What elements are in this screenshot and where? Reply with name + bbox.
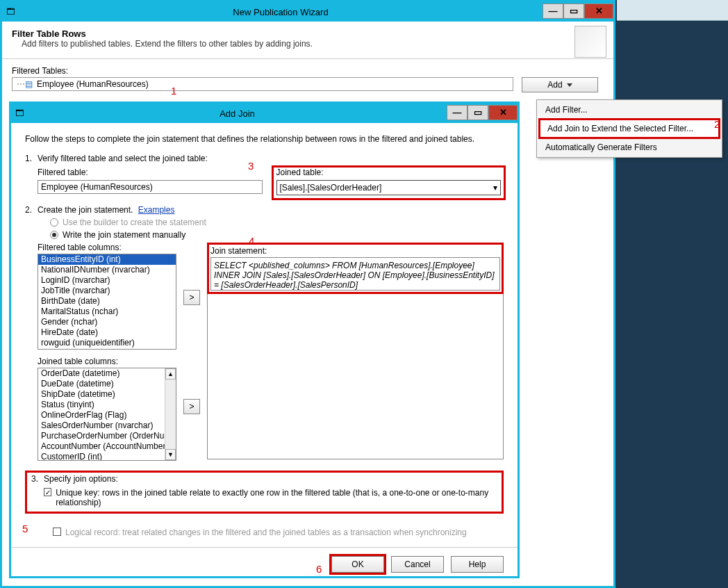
list-item[interactable]: JobTitle (nvarchar) [38, 286, 176, 296]
ok-button[interactable]: OK [331, 556, 384, 573]
joined-table-label: Joined table: [276, 168, 502, 177]
dialog-icon: 🗔 [11, 108, 28, 118]
step3-label: Specify join options: [44, 474, 118, 484]
list-item[interactable]: OnlineOrderFlag (Flag) [38, 410, 176, 420]
filtered-tables-tree[interactable]: ⋯ ▤ Employee (HumanResources) [12, 77, 513, 91]
minimize-button[interactable]: — [543, 3, 563, 19]
chevron-down-icon [567, 83, 572, 87]
background-strip [617, 0, 728, 21]
joined-table-value: [Sales].[SalesOrderHeader] [280, 183, 382, 193]
dialog-minimize-button[interactable]: — [447, 105, 468, 120]
add-button-label: Add [547, 80, 562, 90]
radio-builder [50, 218, 58, 227]
help-button-label: Help [469, 560, 486, 569]
join-stmt-area-extension[interactable] [207, 294, 504, 459]
wizard-titlebar: 🗔 New Publication Wizard — ▭ ✕ [2, 2, 613, 22]
cancel-button[interactable]: Cancel [391, 556, 444, 573]
join-stmt-text: SELECT <published_columns> FROM [HumanRe… [214, 261, 494, 290]
annotation-3: 3 [248, 160, 254, 172]
annotation-1: 1 [171, 85, 176, 97]
wizard-graphic-icon [574, 26, 606, 58]
list-item[interactable]: rowguid (uniqueidentifier) [38, 338, 176, 348]
list-item[interactable]: AccountNumber (AccountNumber) [38, 441, 176, 452]
list-item[interactable]: MaritalStatus (nchar) [38, 307, 176, 317]
scrollbar[interactable]: ▲ ▼ [165, 368, 176, 460]
list-item[interactable]: ShipDate (datetime) [38, 389, 176, 400]
join-stmt-label: Join statement: [210, 246, 500, 256]
examples-link[interactable]: Examples [138, 205, 175, 215]
radio-manual[interactable] [50, 231, 58, 239]
wizard-icon-small: 🗔 [2, 7, 19, 17]
dialog-intro: Follow the steps to complete the join st… [25, 134, 504, 144]
maximize-button[interactable]: ▭ [563, 3, 584, 19]
move-right-button-1[interactable]: > [183, 290, 200, 305]
filtered-cols-list[interactable]: BusinessEntityID (int) NationalIDNumber … [38, 254, 176, 350]
list-item[interactable]: NationalIDNumber (nvarchar) [38, 265, 176, 275]
logical-record-checkbox [53, 528, 61, 536]
move-right-button-2[interactable]: > [183, 399, 200, 414]
add-button[interactable]: Add [522, 77, 598, 92]
help-button[interactable]: Help [451, 556, 504, 573]
step2-label: Create the join statement. [38, 205, 133, 215]
list-item[interactable]: Status (tinyint) [38, 400, 176, 410]
cancel-button-label: Cancel [404, 560, 430, 569]
scroll-down-icon[interactable]: ▼ [165, 449, 176, 460]
list-item[interactable]: HireDate (date) [38, 327, 176, 338]
dialog-maximize-button[interactable]: ▭ [468, 105, 488, 120]
table-icon: ▤ [25, 79, 33, 89]
radio-builder-label: Use the builder to create the statement [63, 218, 206, 227]
step1-num: 1. [25, 154, 38, 198]
annotation-6: 6 [316, 563, 322, 575]
step1-label: Verify filtered table and select the joi… [38, 154, 504, 163]
list-item[interactable]: Gender (nchar) [38, 317, 176, 327]
filtered-cols-label: Filtered table columns: [38, 243, 176, 252]
menu-auto-generate[interactable]: Automatically Generate Filters [538, 139, 720, 156]
join-stmt-textarea[interactable]: SELECT <published_columns> FROM [HumanRe… [210, 257, 500, 291]
menu-add-filter[interactable]: Add Filter... [538, 101, 720, 118]
logical-record-label: Logical record: treat related changes in… [65, 528, 467, 537]
step3-num: 3. [31, 474, 44, 484]
list-item[interactable]: DueDate (datetime) [38, 379, 176, 389]
wizard-header: Filter Table Rows Add filters to publish… [2, 22, 613, 59]
annotation-5: 5 [22, 523, 28, 534]
list-item[interactable]: LoginID (nvarchar) [38, 275, 176, 286]
step2-num: 2. [25, 205, 38, 461]
menu-add-join[interactable]: Add Join to Extend the Selected Filter..… [538, 118, 720, 139]
wizard-header-sub: Add filters to published tables. Extend … [22, 39, 604, 49]
list-item[interactable]: CustomerID (int) [38, 452, 176, 461]
list-item[interactable]: OrderDate (datetime) [38, 368, 176, 379]
add-context-menu: Add Filter... Add Join to Extend the Sel… [536, 99, 722, 158]
radio-manual-label: Write the join statement manually [63, 230, 185, 240]
add-join-dialog: 🗔 Add Join — ▭ ✕ Follow the steps to com… [9, 101, 520, 578]
dialog-close-button[interactable]: ✕ [488, 105, 518, 120]
chevron-down-icon: ▾ [493, 183, 497, 193]
joined-table-select[interactable]: [Sales].[SalesOrderHeader] ▾ [276, 180, 502, 195]
filtered-table-field[interactable] [38, 180, 263, 194]
tree-connector-icon: ⋯ [17, 79, 25, 89]
tree-item-label: Employee (HumanResources) [37, 79, 149, 89]
unique-key-checkbox[interactable] [44, 488, 51, 496]
annotation-4: 4 [249, 235, 254, 247]
close-button[interactable]: ✕ [584, 3, 613, 19]
filtered-tables-label: Filtered Tables: [12, 66, 604, 76]
scroll-up-icon[interactable]: ▲ [165, 368, 176, 379]
list-item[interactable]: SalesOrderNumber (nvarchar) [38, 420, 176, 431]
wizard-header-title: Filter Table Rows [12, 28, 604, 39]
unique-key-label: Unique key: rows in the joined table rel… [56, 488, 497, 507]
dialog-title: Add Join [28, 108, 447, 119]
filtered-table-label: Filtered table: [38, 168, 263, 177]
dialog-titlebar: 🗔 Add Join — ▭ ✕ [11, 104, 518, 123]
list-item[interactable]: PurchaseOrderNumber (OrderNum [38, 431, 176, 441]
ok-button-label: OK [351, 560, 363, 569]
list-item[interactable]: BirthDate (date) [38, 296, 176, 307]
annotation-2: 2 [714, 118, 720, 130]
joined-cols-label: Joined table columns: [38, 357, 176, 366]
joined-cols-list[interactable]: OrderDate (datetime) DueDate (datetime) … [38, 368, 176, 461]
wizard-title: New Publication Wizard [19, 7, 543, 17]
list-item[interactable]: BusinessEntityID (int) [38, 254, 176, 265]
